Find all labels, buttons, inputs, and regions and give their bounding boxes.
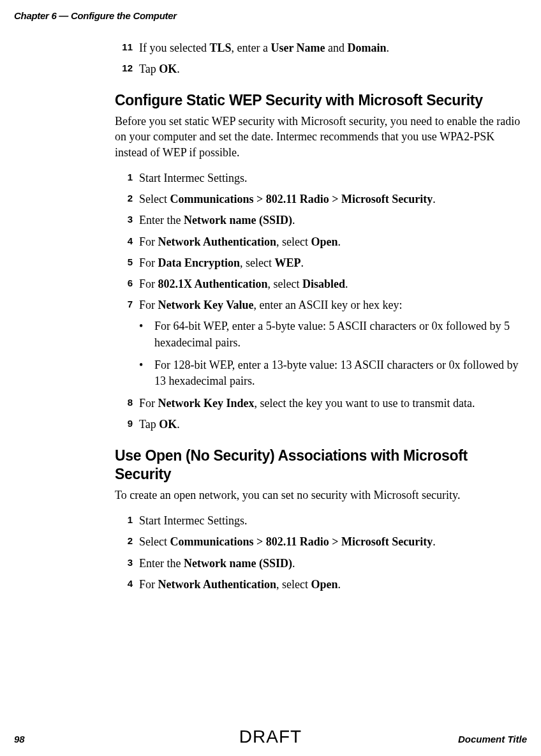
step-number: 8 xyxy=(115,396,139,411)
bullet-marker: • xyxy=(139,318,154,350)
steps-a-container: 11If you selected TLS, enter a User Name… xyxy=(115,40,527,77)
step-text: For Network Key Value, enter an ASCII ke… xyxy=(139,297,527,313)
step-text: For Network Key Index, select the key yo… xyxy=(139,396,527,411)
step-number: 5 xyxy=(115,255,139,271)
step-text: For 802.1X Authentication, select Disabl… xyxy=(139,276,527,292)
doc-title: Document Title xyxy=(458,734,527,745)
step-text: For Network Authentication, select Open. xyxy=(139,234,527,250)
numbered-step: 8For Network Key Index, select the key y… xyxy=(115,396,527,411)
numbered-step: 2Select Communications > 802.11 Radio > … xyxy=(115,534,527,550)
step-number: 7 xyxy=(115,297,139,313)
numbered-step: 7For Network Key Value, enter an ASCII k… xyxy=(115,297,527,313)
numbered-step: 6For 802.1X Authentication, select Disab… xyxy=(115,276,527,292)
numbered-step: 11If you selected TLS, enter a User Name… xyxy=(115,40,527,56)
section-heading-2: Use Open (No Security) Associations with… xyxy=(115,447,527,484)
step-text: Tap OK. xyxy=(139,417,527,433)
bullet-text: For 128-bit WEP, enter a 13-byte value: … xyxy=(154,357,527,389)
step-text: Start Intermec Settings. xyxy=(139,513,527,529)
draft-watermark: DRAFT xyxy=(239,727,302,747)
step-number: 2 xyxy=(115,534,139,550)
step-number: 1 xyxy=(115,513,139,529)
step-text: Select Communications > 802.11 Radio > M… xyxy=(139,191,527,207)
section1-steps-b: 8For Network Key Index, select the key y… xyxy=(115,396,527,433)
numbered-step: 3Enter the Network name (SSID). xyxy=(115,556,527,572)
bullet-text: For 64-bit WEP, enter a 5-byte value: 5 … xyxy=(154,318,527,350)
page-number: 98 xyxy=(14,734,25,745)
step-number: 12 xyxy=(115,61,139,77)
numbered-step: 12Tap OK. xyxy=(115,61,527,77)
step-text: Enter the Network name (SSID). xyxy=(139,212,527,228)
numbered-step: 2Select Communications > 802.11 Radio > … xyxy=(115,191,527,207)
numbered-step: 9Tap OK. xyxy=(115,417,527,433)
step-number: 11 xyxy=(115,40,139,56)
section1-steps: 1Start Intermec Settings.2Select Communi… xyxy=(115,170,527,313)
step-text: For Data Encryption, select WEP. xyxy=(139,255,527,271)
section1-bullets: •For 64-bit WEP, enter a 5-byte value: 5… xyxy=(115,318,527,389)
step-number: 3 xyxy=(115,556,139,572)
step-number: 4 xyxy=(115,234,139,250)
step-text: Start Intermec Settings. xyxy=(139,170,527,186)
step-number: 1 xyxy=(115,170,139,186)
numbered-step: 4For Network Authentication, select Open… xyxy=(115,577,527,593)
step-number: 4 xyxy=(115,577,139,593)
step-text: Enter the Network name (SSID). xyxy=(139,556,527,572)
numbered-step: 3Enter the Network name (SSID). xyxy=(115,212,527,228)
numbered-step: 1Start Intermec Settings. xyxy=(115,170,527,186)
numbered-step: 4For Network Authentication, select Open… xyxy=(115,234,527,250)
step-text: For Network Authentication, select Open. xyxy=(139,577,527,593)
numbered-step: 1Start Intermec Settings. xyxy=(115,513,527,529)
section-intro-1: Before you set static WEP security with … xyxy=(115,114,527,160)
section-heading-1: Configure Static WEP Security with Micro… xyxy=(115,91,527,110)
section2-steps: 1Start Intermec Settings.2Select Communi… xyxy=(115,513,527,593)
step-number: 6 xyxy=(115,276,139,292)
chapter-header: Chapter 6 — Configure the Computer xyxy=(0,0,541,21)
step-number: 3 xyxy=(115,212,139,228)
step-number: 2 xyxy=(115,191,139,207)
page-content: 11If you selected TLS, enter a User Name… xyxy=(0,21,541,593)
bullet-item: •For 64-bit WEP, enter a 5-byte value: 5… xyxy=(115,318,527,350)
step-text: Select Communications > 802.11 Radio > M… xyxy=(139,534,527,550)
section-intro-2: To create an open network, you can set n… xyxy=(115,487,527,503)
bullet-marker: • xyxy=(139,357,154,389)
step-number: 9 xyxy=(115,417,139,433)
numbered-step: 5For Data Encryption, select WEP. xyxy=(115,255,527,271)
step-text: Tap OK. xyxy=(139,61,527,77)
bullet-item: •For 128-bit WEP, enter a 13-byte value:… xyxy=(115,357,527,389)
step-text: If you selected TLS, enter a User Name a… xyxy=(139,40,527,56)
